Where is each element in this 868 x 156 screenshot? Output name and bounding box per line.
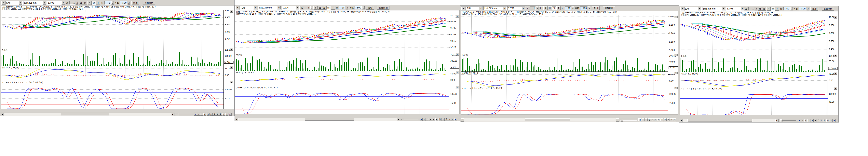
pane-scale-dropdown-button[interactable]: ▼ [230, 10, 233, 12]
period-button-週[interactable]: 週 [762, 7, 766, 11]
mode-b-button[interactable]: B [445, 118, 448, 121]
pane-scale-dropdown-button[interactable]: ▼ [456, 53, 459, 56]
pane-scale-dropdown-button[interactable]: ▼ [674, 72, 678, 74]
zoom-slider[interactable] [401, 118, 418, 121]
pane-scale-dropdown-button[interactable]: ▼ [834, 87, 837, 90]
period-button-週[interactable]: 週 [544, 6, 548, 10]
mode-d-button[interactable]: D [657, 118, 660, 121]
multi-symbol-button[interactable]: 複数銘柄 [822, 7, 834, 11]
dot-mode-button[interactable]: ▪ [811, 119, 814, 122]
chart-canvas[interactable]: 03/0812:0020:0003/0912:0020:0003/1003/12… [235, 15, 460, 114]
bar-width-button[interactable]: ▲ [204, 113, 206, 116]
multi-symbol-button[interactable]: 複数銘柄 [143, 1, 155, 5]
symbol-select[interactable]: 日経225mini ▼ [484, 6, 507, 10]
period-button-日[interactable]: 日 [79, 1, 83, 5]
magnify-button[interactable]: ⊕ [827, 119, 829, 122]
slider-thumb[interactable] [176, 113, 178, 116]
chart-canvas[interactable]: 09:2010:4012:0013:2014:4017:2018:4020:00… [1, 10, 234, 109]
minute-value-field[interactable]: 15 [339, 6, 345, 9]
mode-l-button[interactable]: L [442, 118, 445, 121]
scrollbar-thumb[interactable] [305, 118, 354, 121]
symbol-select[interactable]: 日経225mini ▼ [23, 1, 46, 5]
mode-b-button[interactable]: B [823, 119, 826, 122]
ashi-count-field[interactable]: 1 [530, 6, 535, 10]
scrollbar-thumb[interactable] [525, 118, 570, 121]
ashi-count-field[interactable]: 1 [304, 6, 310, 9]
period-button-分[interactable]: 分 [771, 7, 775, 11]
spinner-icon[interactable]: ◢ [310, 6, 313, 9]
scroll-left-button[interactable]: ◀ [235, 118, 238, 121]
period-button-分[interactable]: 分 [552, 6, 556, 10]
scroll-left-button[interactable]: ◀ [461, 118, 464, 122]
contract-select[interactable]: 12/06 ▼ [282, 6, 300, 10]
multi-symbol-button[interactable]: 複数銘柄 [377, 6, 390, 10]
spinner-icon[interactable]: ◢ [790, 7, 793, 10]
zoom-in-button[interactable]: ＋ [801, 119, 804, 122]
pane-scale-dropdown-button[interactable]: ▼ [834, 54, 837, 57]
slider-thumb[interactable] [402, 118, 404, 121]
bar-width-button[interactable]: ▲ [807, 119, 810, 122]
jump-start-button[interactable]: ◀ [194, 113, 197, 116]
period-button-日[interactable]: 日 [758, 7, 762, 11]
period-button-日[interactable]: 日 [539, 6, 543, 10]
period-button-週[interactable]: 週 [83, 1, 87, 5]
zoom-out-button[interactable]: − [645, 118, 648, 121]
dot-mode-button[interactable]: ▪ [432, 118, 435, 121]
mode-l-button[interactable]: L [216, 113, 219, 116]
pane-scale-dropdown-button[interactable]: ▼ [456, 71, 459, 73]
close-x-button[interactable]: ✕ [225, 113, 228, 116]
period-button-T[interactable]: T [775, 7, 779, 11]
spinner-icon[interactable]: ◢ [755, 7, 757, 10]
mode-d-button[interactable]: D [438, 118, 441, 121]
period-button-日[interactable]: 日 [313, 6, 317, 10]
symbol-select[interactable]: 日経225mini ▼ [258, 6, 281, 10]
spinner-icon[interactable]: ◢ [362, 6, 365, 9]
spinner-icon[interactable]: ◢ [111, 1, 114, 4]
pane-scale-dropdown-button[interactable]: ▼ [230, 48, 233, 51]
bar-count-field[interactable]: 500 [580, 6, 587, 10]
magnify-button[interactable]: ⊕ [222, 113, 225, 116]
chart-area[interactable]: 日経225mini 12/06( 30分, 2012/03/02 - 2012/… [461, 11, 678, 115]
scrollbar-track[interactable] [464, 118, 616, 122]
period-button-分[interactable]: 分 [92, 1, 96, 5]
period-button-月[interactable]: 月 [548, 6, 552, 10]
scrollbar-track[interactable] [238, 118, 397, 121]
scroll-right-button[interactable]: ▶ [171, 113, 175, 116]
apply-button[interactable]: 適用 [810, 7, 818, 11]
jump-start-button[interactable]: ◀ [420, 118, 423, 121]
chart-canvas[interactable]: 16:3003/0616:3003/0716:3003/0816:3003/09… [680, 16, 838, 115]
spinner-icon[interactable]: ◢ [807, 7, 809, 10]
scroll-left-button[interactable]: ◀ [1, 113, 4, 116]
zoom-in-button[interactable]: ＋ [197, 113, 200, 116]
period-button-月[interactable]: 月 [767, 7, 771, 11]
zoom-in-button[interactable]: ＋ [423, 118, 426, 121]
zoom-slider[interactable] [620, 118, 637, 122]
step-forward-button[interactable]: ▶ [435, 118, 438, 121]
chart-area[interactable]: 日経225mini 12/06( 5分, 2012/03/08 - 2012/0… [1, 5, 234, 109]
zoom-out-button[interactable]: − [426, 118, 429, 121]
zoom-slider[interactable] [176, 113, 193, 116]
pane-scale-dropdown-button[interactable]: ▼ [456, 15, 459, 18]
ashi-count-field[interactable]: 1 [69, 1, 75, 4]
mode-d-button[interactable]: D [817, 119, 820, 122]
scrollbar-thumb[interactable] [61, 113, 109, 116]
chart-area[interactable]: 日経225mini 12/06( 60分, 2012/03/02 - 2012/… [680, 11, 838, 115]
pane-scale-dropdown-button[interactable]: ▼ [834, 72, 837, 75]
contract-select[interactable]: 12/06 ▼ [726, 7, 744, 11]
category-select[interactable]: 先物 ▼ [684, 7, 702, 11]
zoom-in-button[interactable]: ＋ [642, 118, 645, 121]
step-forward-button[interactable]: ▶ [814, 119, 817, 122]
pane-scale-dropdown-button[interactable]: ▼ [456, 86, 459, 88]
zoom-slider[interactable] [779, 119, 797, 122]
chart-canvas[interactable]: 03/0503/0603/0703/0803/0903/1210,0009,85… [461, 15, 678, 115]
bar-count-field[interactable]: 500 [354, 6, 362, 9]
mode-b-button[interactable]: B [219, 113, 222, 116]
jump-end-button[interactable]: ▶ [454, 118, 457, 121]
multi-symbol-button[interactable]: 複数銘柄 [603, 6, 615, 10]
zoom-out-button[interactable]: − [200, 113, 203, 116]
dot-mode-button[interactable]: ▪ [207, 113, 210, 116]
contract-select[interactable]: 12/06 ▼ [47, 1, 65, 5]
period-button-週[interactable]: 週 [318, 6, 322, 10]
pane-scale-dropdown-button[interactable]: ▼ [674, 87, 678, 89]
pane-scale-dropdown-button[interactable]: ▼ [230, 66, 233, 68]
